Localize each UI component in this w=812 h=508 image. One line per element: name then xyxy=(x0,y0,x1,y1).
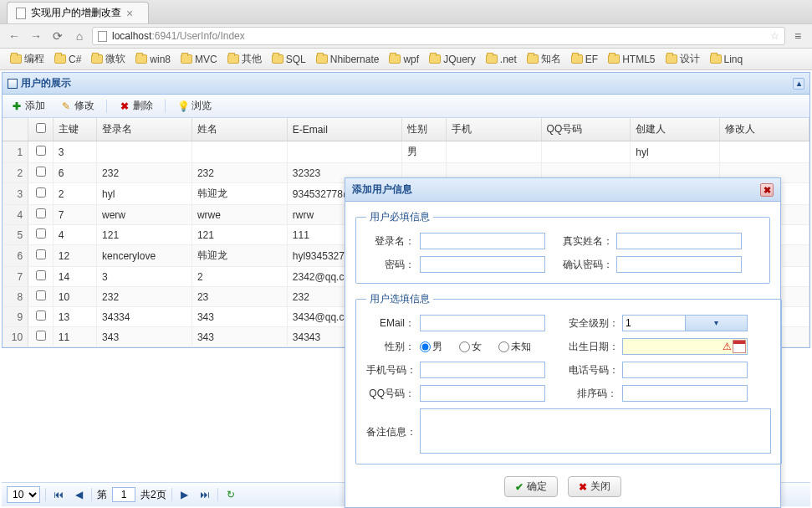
mobile-input[interactable] xyxy=(420,362,545,378)
row-checkbox[interactable] xyxy=(36,146,46,156)
sex-unknown[interactable]: 未知 xyxy=(498,340,536,354)
row-checkbox[interactable] xyxy=(36,167,46,177)
bookmark-item[interactable]: Linq xyxy=(707,52,747,67)
level-combo[interactable]: 1▾ xyxy=(622,315,748,331)
column-header[interactable]: 创建人 xyxy=(631,118,720,141)
browse-button[interactable]: 💡浏览 xyxy=(174,97,215,115)
bookmark-item[interactable]: win8 xyxy=(132,52,174,67)
row-checkbox[interactable] xyxy=(36,290,46,300)
optional-fieldset: 用户选填信息 EMail： 安全级别： 1▾ 性别： 男 女 未知 出生日期： … xyxy=(355,292,782,464)
column-header[interactable]: 手机 xyxy=(446,118,541,141)
cell-login: 232 xyxy=(97,287,192,307)
bookmark-item[interactable]: JQuery xyxy=(426,52,479,67)
column-header[interactable]: E-Email xyxy=(287,118,402,141)
next-page-button[interactable]: ▶ xyxy=(177,487,192,502)
row-checkbox[interactable] xyxy=(36,249,46,259)
collapse-button[interactable]: ▴ xyxy=(793,78,804,90)
bookmark-label: EF xyxy=(585,54,598,65)
cell-login: hyl xyxy=(97,183,192,205)
column-header[interactable]: 主键 xyxy=(53,118,96,141)
bookmark-item[interactable]: SQL xyxy=(268,52,309,67)
bookmark-item[interactable]: 知名 xyxy=(523,50,564,68)
cell-name xyxy=(192,141,287,163)
row-checkbox[interactable] xyxy=(36,331,46,341)
bookmark-item[interactable]: C# xyxy=(51,52,84,67)
column-header[interactable]: 性别 xyxy=(402,118,446,141)
bookmark-item[interactable]: 编程 xyxy=(7,50,48,68)
forward-button[interactable]: → xyxy=(27,27,45,45)
last-page-button[interactable]: ⏭ xyxy=(197,487,212,502)
bookmark-item[interactable]: Nhibernate xyxy=(313,52,383,67)
bookmark-item[interactable]: EF xyxy=(568,52,601,67)
bookmark-item[interactable]: HTML5 xyxy=(605,52,658,67)
column-header[interactable]: 登录名 xyxy=(97,118,192,141)
row-checkbox-cell xyxy=(28,225,54,245)
row-checkbox[interactable] xyxy=(36,310,46,321)
page-size-select[interactable]: 10 xyxy=(7,486,40,503)
column-header[interactable]: 姓名 xyxy=(192,118,287,141)
panel-header: 用户的展示 ▴ xyxy=(3,73,809,95)
row-checkbox[interactable] xyxy=(36,228,46,239)
page-input[interactable] xyxy=(112,487,135,502)
cell-login: werw xyxy=(97,205,192,225)
qq-input[interactable] xyxy=(420,385,545,402)
prev-page-button[interactable]: ◀ xyxy=(71,487,86,502)
bookmark-item[interactable]: wpf xyxy=(386,52,422,67)
menu-button[interactable]: ≡ xyxy=(789,27,807,45)
login-input[interactable] xyxy=(420,233,545,249)
optional-legend: 用户选填信息 xyxy=(366,292,433,306)
add-button[interactable]: ✚添加 xyxy=(8,97,49,115)
url-input[interactable]: localhost:6941/UserInfo/Index ☆ xyxy=(92,27,785,45)
edit-button[interactable]: ✎修改 xyxy=(57,97,98,115)
first-page-button[interactable]: ⏮ xyxy=(51,487,66,502)
column-header[interactable]: QQ号码 xyxy=(541,118,631,141)
home-button[interactable]: ⌂ xyxy=(70,27,89,45)
tel-input[interactable] xyxy=(622,362,748,378)
row-checkbox[interactable] xyxy=(36,208,46,218)
cell-name: 121 xyxy=(192,225,287,245)
bookmark-item[interactable]: MVC xyxy=(177,52,221,67)
tab-close-icon[interactable]: × xyxy=(126,7,133,20)
close-button[interactable]: ✖关闭 xyxy=(568,476,621,497)
back-button[interactable]: ← xyxy=(5,27,23,45)
realname-input[interactable] xyxy=(616,233,742,249)
calendar-icon[interactable] xyxy=(733,340,746,353)
pager-separator xyxy=(91,488,92,501)
email-input[interactable] xyxy=(420,315,545,331)
remark-textarea[interactable] xyxy=(420,408,771,454)
sex-male[interactable]: 男 xyxy=(420,340,447,354)
bookmark-star-icon[interactable]: ☆ xyxy=(770,30,779,42)
row-checkbox[interactable] xyxy=(36,187,46,198)
table-row[interactable]: 13男hyl xyxy=(3,141,809,163)
ok-button[interactable]: ✔确定 xyxy=(504,476,558,497)
row-checkbox[interactable] xyxy=(36,270,46,280)
reload-button[interactable]: ⟳ xyxy=(49,27,67,45)
bookmark-item[interactable]: 微软 xyxy=(88,50,129,68)
realname-label: 真实姓名： xyxy=(563,234,616,249)
cell-pk: 6 xyxy=(53,163,96,183)
sex-female[interactable]: 女 xyxy=(459,340,487,354)
password-input[interactable] xyxy=(420,256,545,273)
bookmark-item[interactable]: .net xyxy=(483,52,520,67)
select-all-checkbox[interactable] xyxy=(36,123,46,133)
cell-pk: 12 xyxy=(53,245,96,267)
bookmark-item[interactable]: 其他 xyxy=(224,50,265,68)
confirm-input[interactable] xyxy=(616,256,742,273)
folder-icon xyxy=(10,54,22,64)
row-number: 5 xyxy=(3,225,28,245)
delete-button[interactable]: ✖删除 xyxy=(115,97,156,115)
row-number: 8 xyxy=(3,287,28,307)
pager-separator xyxy=(171,488,172,501)
cell-login: 232 xyxy=(97,163,192,183)
order-input[interactable] xyxy=(622,385,748,402)
dialog-close-button[interactable]: ✖ xyxy=(760,183,774,197)
column-header[interactable]: 修改人 xyxy=(720,118,809,141)
refresh-button[interactable]: ↻ xyxy=(223,487,238,502)
browser-tab[interactable]: 实现用户的增删改查 × xyxy=(7,2,149,23)
checkbox-header xyxy=(28,118,54,141)
tel-label: 电话号码： xyxy=(569,363,622,377)
birth-input[interactable]: ⚠ xyxy=(622,338,748,355)
bookmark-item[interactable]: 设计 xyxy=(662,50,703,68)
dialog-header[interactable]: 添加用户信息 ✖ xyxy=(345,178,780,202)
bookmark-label: wpf xyxy=(403,54,419,65)
